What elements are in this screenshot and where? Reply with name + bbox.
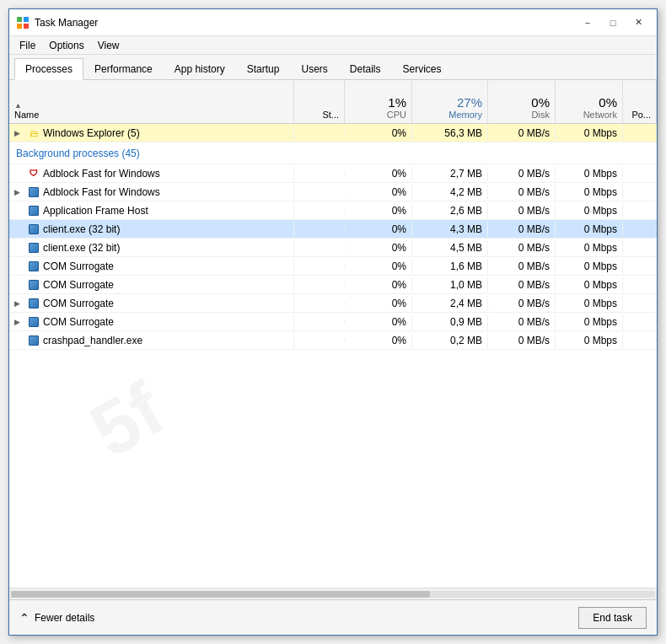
title-bar: Task Manager − □ ✕ [9, 9, 657, 36]
table-row[interactable]: ▶ COM Surrogate 0% 0,9 MB 0 MB/s 0 Mbps [9, 313, 657, 331]
process-status [294, 228, 345, 231]
table-row[interactable]: ▶ crashpad_handler.exe 0% 0,2 MB 0 MB/s … [9, 331, 657, 350]
table-row[interactable]: ▶ COM Surrogate 0% 2,4 MB 0 MB/s 0 Mbps [9, 294, 657, 313]
menu-view[interactable]: View [91, 38, 126, 53]
process-cpu: 0% [345, 296, 412, 311]
table-row[interactable]: ▶ client.exe (32 bit) 0% 4,5 MB 0 MB/s 0… [9, 239, 657, 257]
network-label: Network [583, 110, 617, 120]
process-disk: 0 MB/s [488, 203, 556, 218]
cpu-pct: 1% [388, 95, 406, 110]
app-icon [16, 16, 30, 30]
process-name-cell: ▶ client.exe (32 bit) [9, 240, 294, 255]
menu-file[interactable]: File [13, 38, 42, 53]
table-row[interactable]: ▶ COM Surrogate 0% 1,6 MB 0 MB/s 0 Mbps [9, 257, 657, 276]
process-network: 0 Mbps [556, 185, 623, 200]
generic-icon [28, 298, 40, 309]
process-status [294, 283, 345, 287]
process-name: client.exe (32 bit) [43, 223, 120, 235]
table-row[interactable]: ▶ 🗁 Windows Explorer (5) 0% 56,3 MB 0 MB… [9, 124, 657, 142]
process-disk: 0 MB/s [488, 277, 556, 292]
folder-icon: 🗁 [28, 127, 40, 139]
tab-startup[interactable]: Startup [236, 58, 291, 79]
process-power [623, 302, 657, 305]
process-power [623, 339, 657, 342]
fewer-details-label: Fewer details [35, 612, 94, 624]
col-disk[interactable]: 0% Disk [488, 80, 556, 123]
expand-icon: ▶ [14, 299, 24, 308]
process-status [294, 191, 345, 194]
table-body[interactable]: ▶ 🗁 Windows Explorer (5) 0% 56,3 MB 0 MB… [9, 124, 657, 588]
tab-bar: Processes Performance App history Startu… [9, 55, 657, 80]
minimize-button[interactable]: − [576, 13, 599, 32]
col-cpu[interactable]: 1% CPU [345, 80, 412, 123]
process-name-cell: ▶ COM Surrogate [9, 259, 294, 274]
col-power[interactable]: Po... [623, 80, 657, 123]
generic-icon [28, 279, 40, 291]
table-row[interactable]: ▶ Application Frame Host 0% 2,6 MB 0 MB/… [9, 201, 657, 220]
table-header: ▲ Name St... 1% CPU 27% Memory 0% Disk 0… [9, 80, 657, 124]
process-memory: 4,3 MB [412, 222, 488, 237]
process-cpu: 0% [345, 314, 412, 330]
process-memory: 2,4 MB [412, 296, 488, 311]
process-disk: 0 MB/s [488, 296, 556, 311]
cpu-label: CPU [387, 110, 406, 120]
fewer-details-button[interactable]: ⌃ Fewer details [19, 611, 94, 625]
content-wrapper: 5f ▶ 🗁 Windows Explorer (5) 0% 56,3 MB 0… [9, 124, 657, 588]
disk-label: Disk [532, 110, 550, 120]
process-disk: 0 MB/s [488, 185, 556, 200]
process-memory: 2,7 MB [412, 166, 488, 181]
svg-rect-1 [24, 17, 29, 22]
memory-pct: 27% [457, 95, 482, 110]
end-task-button[interactable]: End task [578, 607, 647, 629]
process-name: Adblock Fast for Windows [43, 186, 160, 198]
generic-icon [28, 186, 40, 198]
col-network[interactable]: 0% Network [556, 80, 623, 123]
window-controls: − □ ✕ [576, 13, 650, 32]
table-row[interactable]: ▶ COM Surrogate 0% 1,0 MB 0 MB/s 0 Mbps [9, 276, 657, 294]
table-row[interactable]: ▶ 🛡 Adblock Fast for Windows 0% 2,7 MB 0… [9, 164, 657, 183]
col-power-label: Po... [631, 110, 651, 120]
process-status [294, 339, 345, 342]
generic-icon [28, 335, 40, 346]
process-name: COM Surrogate [43, 316, 114, 328]
process-name: Application Frame Host [43, 205, 148, 217]
process-power [623, 320, 657, 324]
menu-options[interactable]: Options [42, 38, 90, 53]
tab-users[interactable]: Users [290, 58, 338, 79]
tab-processes[interactable]: Processes [14, 58, 83, 80]
col-name[interactable]: ▲ Name [9, 80, 294, 123]
section-title: Background processes (45) [9, 144, 657, 163]
window-title: Task Manager [35, 17, 576, 29]
table-row[interactable]: ▶ client.exe (32 bit) 0% 4,3 MB 0 MB/s 0… [9, 220, 657, 239]
table-row[interactable]: ▶ Adblock Fast for Windows 0% 4,2 MB 0 M… [9, 183, 657, 201]
process-cpu: 0% [345, 222, 412, 237]
col-memory[interactable]: 27% Memory [412, 80, 488, 123]
process-network: 0 Mbps [556, 333, 623, 348]
maximize-button[interactable]: □ [601, 13, 625, 32]
process-name-cell: ▶ 🗁 Windows Explorer (5) [9, 126, 294, 141]
process-network: 0 Mbps [556, 166, 623, 181]
tab-services[interactable]: Services [392, 58, 453, 79]
content-area: ▲ Name St... 1% CPU 27% Memory 0% Disk 0… [9, 80, 657, 599]
process-network: 0 Mbps [556, 277, 623, 292]
tab-app-history[interactable]: App history [164, 58, 236, 79]
generic-icon [28, 260, 40, 272]
sort-arrow-name: ▲ [14, 101, 22, 110]
tab-performance[interactable]: Performance [83, 58, 164, 79]
process-disk: 0 MB/s [488, 240, 556, 255]
process-disk: 0 MB/s [488, 314, 556, 330]
process-disk: 0 MB/s [488, 126, 556, 141]
tab-details[interactable]: Details [339, 58, 392, 79]
process-cpu: 0% [345, 333, 412, 348]
process-power [623, 131, 657, 135]
close-button[interactable]: ✕ [626, 13, 650, 32]
process-status [294, 265, 345, 268]
scrollbar-thumb[interactable] [11, 591, 430, 598]
horizontal-scrollbar[interactable] [9, 588, 657, 599]
svg-rect-0 [17, 17, 22, 22]
generic-icon [28, 242, 40, 254]
col-status[interactable]: St... [294, 80, 345, 123]
process-name-cell: ▶ Application Frame Host [9, 203, 294, 218]
process-cpu: 0% [345, 259, 412, 274]
fewer-details-icon: ⌃ [19, 611, 30, 625]
